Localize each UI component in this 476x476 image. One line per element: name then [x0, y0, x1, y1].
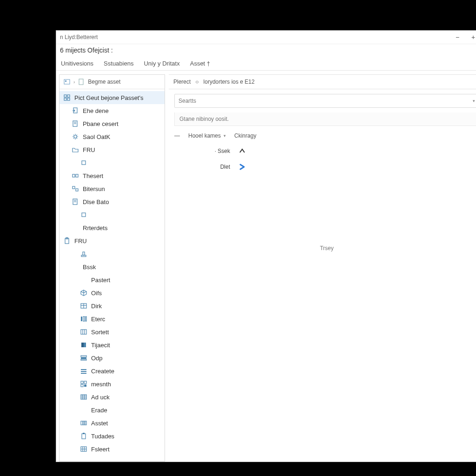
page-icon [72, 120, 79, 127]
option-b[interactable]: Ckinragy [234, 132, 256, 139]
svg-rect-14 [76, 174, 78, 177]
page-icon [72, 198, 79, 205]
square-icon [80, 211, 87, 218]
tree-node-6[interactable]: Thesert [60, 169, 165, 182]
tree-node-19[interactable]: Tijaecit [60, 338, 165, 351]
tree-node-0[interactable]: Pict Geut bejone Passet's [60, 91, 165, 104]
breadcrumb-a[interactable]: Plerect [173, 79, 191, 85]
tree-node-label: Oifs [91, 290, 102, 297]
minimize-button[interactable]: − [450, 33, 465, 41]
breadcrumb[interactable]: Plerect ○ lorydorters ios e E12 [169, 75, 476, 89]
tree-node-20[interactable]: Odp [60, 351, 165, 364]
tree-node-17[interactable]: Eterc [60, 312, 165, 325]
svg-rect-30 [86, 317, 86, 321]
empty-state: Trsey [174, 245, 476, 251]
svg-rect-24 [83, 252, 85, 255]
tree-node-11[interactable]: FRU [60, 234, 165, 247]
list-item-label: Dlet [174, 164, 232, 170]
boxes-icon [72, 172, 79, 179]
main-panel: Plerect ○ lorydorters ios e E12 Seartts … [169, 74, 476, 462]
tree-node-label: Createte [91, 368, 114, 375]
tree-node-label: Ad uck [91, 394, 110, 401]
svg-rect-52 [83, 421, 85, 425]
tree-node-label: Odp [91, 355, 103, 362]
lines-icon [80, 367, 87, 375]
tree-node-label: Pbane cesert [83, 120, 119, 127]
chevron-down-icon: ▾ [224, 133, 226, 138]
svg-rect-53 [85, 421, 86, 425]
tree-node-5[interactable] [60, 156, 165, 169]
sidebar-header-label: Begme asset [88, 79, 120, 85]
tree-node-26[interactable]: Tudades [60, 430, 165, 443]
dropdown-caret-icon[interactable]: ▾ [473, 99, 475, 103]
tree-node-12[interactable] [60, 247, 165, 260]
tree-node-8[interactable]: Dlse Bato [60, 195, 165, 208]
svg-rect-12 [82, 161, 86, 165]
none-icon [72, 224, 79, 231]
tab-1[interactable]: Sstuabiens [103, 58, 134, 69]
option-a[interactable]: Hooel kames ▾ [188, 132, 226, 139]
tree-node-25[interactable]: Asstet [60, 416, 165, 430]
tree-node-7[interactable]: Bitersun [60, 182, 165, 195]
svg-rect-41 [81, 373, 86, 374]
tree-node-22[interactable]: mesnth [60, 377, 165, 390]
sidebar-tree[interactable]: Pict Geut bejone Passet'sEhe denePbane c… [60, 89, 165, 461]
tree-node-label: mesnth [91, 381, 111, 388]
tree-node-15[interactable]: Oifs [60, 286, 165, 299]
tab-2[interactable]: Uniy y Dritatx [143, 58, 180, 69]
tree-node-1[interactable]: Ehe dene [60, 104, 165, 117]
tree-node-label: Dlse Bato [83, 198, 109, 205]
tree-node-label: Pastert [91, 277, 110, 284]
tree-node-9[interactable] [60, 208, 165, 221]
page-arrow-icon [72, 107, 79, 114]
tree-node-27[interactable]: Fsleert [60, 443, 165, 456]
svg-rect-31 [81, 330, 86, 334]
tree-node-16[interactable]: Dirk [60, 299, 165, 312]
tree-node-label: Bitersun [83, 185, 105, 192]
option-b-label: Ckinragy [234, 132, 256, 139]
tree-node-label: Rrterdets [83, 225, 107, 231]
svg-rect-2 [79, 79, 83, 85]
columns-icon [80, 315, 87, 323]
svg-rect-44 [81, 384, 83, 387]
list-item[interactable]: Dlet [174, 163, 476, 171]
tab-0[interactable]: Unitivesions [60, 58, 94, 69]
sidebar-header[interactable]: › Begme asset [60, 75, 165, 89]
svg-rect-39 [81, 369, 86, 370]
tree-node-23[interactable]: Ad uck [60, 390, 165, 403]
grid3-icon [80, 328, 87, 336]
svg-rect-21 [65, 238, 69, 244]
tree-node-10[interactable]: Rrterdets [60, 221, 165, 234]
list-item-label: · Ssek [174, 148, 232, 154]
new-tab-button[interactable]: + [465, 33, 476, 41]
tree-node-21[interactable]: Createte [60, 364, 165, 377]
clipboard-icon [63, 237, 71, 245]
clipboard2-icon [80, 432, 87, 440]
tree-node-4[interactable]: FRU [60, 143, 165, 156]
tree-node-label: Erade [91, 407, 107, 414]
tree-node-24[interactable]: Erade [60, 403, 165, 416]
grid-icon [63, 94, 71, 101]
tree-node-18[interactable]: Sortett [60, 325, 165, 338]
tree-node-13[interactable]: Bssk [60, 260, 165, 273]
rows-icon [80, 354, 87, 362]
svg-rect-38 [81, 359, 86, 360]
list-item[interactable]: · Ssek [174, 147, 476, 155]
tree-node-3[interactable]: Saol OatK [60, 130, 165, 143]
search-input[interactable]: Seartts ▾ [174, 94, 476, 108]
tree-node-label: Eterc [91, 316, 105, 323]
svg-rect-40 [81, 371, 86, 372]
tree-node-label: Tijaecit [91, 342, 110, 349]
tree-node-2[interactable]: Pbane cesert [60, 117, 165, 130]
options-row: — Hooel kames ▾ Ckinragy [174, 132, 476, 139]
tree-node-label: Dirk [91, 303, 102, 310]
svg-rect-36 [81, 356, 86, 357]
tree-node-label: Asstet [91, 420, 108, 427]
grid4-icon [80, 380, 87, 388]
tree-node-14[interactable]: Pastert [60, 273, 165, 286]
breadcrumb-b[interactable]: lorydorters ios e E12 [204, 79, 255, 85]
none-icon [80, 276, 87, 284]
tree-node-label: FRU [74, 238, 87, 245]
svg-rect-43 [84, 381, 86, 383]
tab-3[interactable]: Asset † [189, 58, 211, 69]
